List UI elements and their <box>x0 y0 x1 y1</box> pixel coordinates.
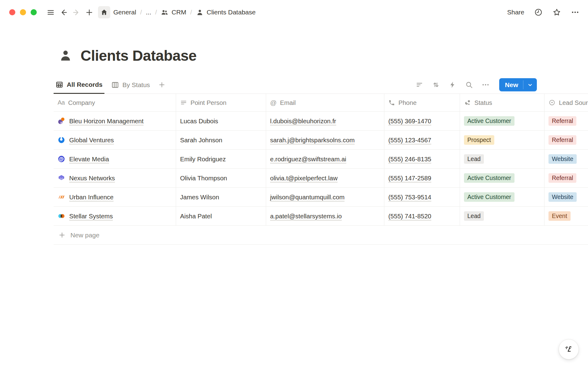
sidebar-menu-button[interactable] <box>44 6 57 19</box>
history-button[interactable] <box>534 8 543 17</box>
breadcrumb: General / ... / CRM / Clients Database <box>98 6 256 18</box>
phone-cell[interactable]: (555) 123-4567 <box>384 131 460 149</box>
lead-source-cell[interactable]: Referral <box>545 112 588 130</box>
status-cell[interactable]: Prospect <box>460 131 545 149</box>
bleu-horizon-logo-icon <box>58 117 65 125</box>
status-cell[interactable]: Active Customer <box>460 169 545 187</box>
point-person-cell[interactable]: James Wilson <box>176 188 266 206</box>
point-person-cell[interactable]: Emily Rodriguez <box>176 150 266 168</box>
email-link[interactable]: jwilson@quantumquill.com <box>270 194 345 201</box>
status-cell[interactable]: Active Customer <box>460 188 545 206</box>
window-titlebar: General / ... / CRM / Clients Database S… <box>0 0 588 25</box>
forward-button[interactable] <box>70 6 83 19</box>
company-page-link[interactable]: Elevate Media <box>69 155 109 163</box>
phone-link[interactable]: (555) 741-8520 <box>388 213 431 220</box>
status-cell[interactable]: Active Customer <box>460 112 545 130</box>
point-person-cell[interactable]: Lucas Dubois <box>176 112 266 130</box>
tab-all-records[interactable]: All Records <box>54 76 104 94</box>
column-header-status[interactable]: Status <box>460 94 545 111</box>
company-cell[interactable]: Bleu Horizon Management <box>54 112 176 130</box>
breadcrumb-item-crm[interactable]: CRM <box>161 9 186 16</box>
new-page-row[interactable]: New page <box>54 226 588 245</box>
title-property-icon: Aa <box>58 99 65 106</box>
email-link[interactable]: sarah.j@brightsparksolns.com <box>270 136 355 144</box>
status-cell[interactable]: Lead <box>460 150 545 168</box>
phone-link[interactable]: (555) 246-8135 <box>388 155 431 163</box>
lead-source-cell[interactable]: Website <box>545 150 588 168</box>
email-cell[interactable]: sarah.j@brightsparksolns.com <box>266 131 384 149</box>
company-page-link[interactable]: Stellar Systems <box>69 213 113 220</box>
point-person-value: Aisha Patel <box>180 213 212 220</box>
email-cell[interactable]: l.dubois@bleuhorizon.fr <box>266 112 384 130</box>
lead-source-cell[interactable]: Event <box>545 207 588 225</box>
column-header-email[interactable]: @Email <box>266 94 384 111</box>
point-person-cell[interactable]: Olivia Thompson <box>176 169 266 187</box>
back-button[interactable] <box>57 6 70 19</box>
add-view-button[interactable] <box>158 81 166 89</box>
phone-cell[interactable]: (555) 369-1470 <box>384 112 460 130</box>
table-row: Bleu Horizon ManagementLucas Duboisl.dub… <box>54 112 588 131</box>
email-link[interactable]: e.rodriguez@swiftstream.ai <box>270 155 346 163</box>
share-button[interactable]: Share <box>507 9 524 16</box>
phone-cell[interactable]: (555) 753-9514 <box>384 188 460 206</box>
company-cell[interactable]: Elevate Media <box>54 150 176 168</box>
column-header-point-person[interactable]: Point Person <box>176 94 266 111</box>
notion-ai-button[interactable] <box>559 339 579 359</box>
table-row: Stellar SystemsAisha Patela.patel@stella… <box>54 207 588 226</box>
new-button[interactable]: New <box>499 78 523 91</box>
search-button[interactable] <box>465 81 473 89</box>
favorite-button[interactable] <box>552 8 561 17</box>
tab-by-status[interactable]: By Status <box>109 76 152 94</box>
company-cell[interactable]: Nexus Networks <box>54 169 176 187</box>
status-badge: Active Customer <box>464 173 514 183</box>
chevron-down-icon <box>527 82 533 88</box>
new-dropdown-button[interactable] <box>523 78 537 91</box>
column-header-company[interactable]: AaCompany <box>54 94 176 111</box>
phone-link[interactable]: (555) 369-1470 <box>388 117 431 125</box>
close-window-button[interactable] <box>9 9 15 15</box>
phone-cell[interactable]: (555) 246-8135 <box>384 150 460 168</box>
page-title[interactable]: Clients Database <box>81 47 197 64</box>
company-page-link[interactable]: Bleu Horizon Management <box>69 117 144 125</box>
minimize-window-button[interactable] <box>20 9 26 15</box>
email-cell[interactable]: jwilson@quantumquill.com <box>266 188 384 206</box>
email-cell[interactable]: e.rodriguez@swiftstream.ai <box>266 150 384 168</box>
point-person-cell[interactable]: Aisha Patel <box>176 207 266 225</box>
email-link[interactable]: olivia.t@pixelperfect.law <box>270 174 337 182</box>
email-link[interactable]: a.patel@stellarsystems.io <box>270 213 342 220</box>
phone-link[interactable]: (555) 147-2589 <box>388 174 431 182</box>
point-person-value: James Wilson <box>180 194 219 201</box>
company-page-link[interactable]: Nexus Networks <box>69 174 115 182</box>
zoom-window-button[interactable] <box>31 9 37 15</box>
automations-button[interactable] <box>448 81 457 89</box>
email-cell[interactable]: a.patel@stellarsystems.io <box>266 207 384 225</box>
email-cell[interactable]: olivia.t@pixelperfect.law <box>266 169 384 187</box>
point-person-cell[interactable]: Sarah Johnson <box>176 131 266 149</box>
phone-cell[interactable]: (555) 741-8520 <box>384 207 460 225</box>
person-icon[interactable] <box>58 48 73 63</box>
more-options-button[interactable] <box>571 8 579 17</box>
sort-button[interactable] <box>432 81 440 89</box>
phone-cell[interactable]: (555) 147-2589 <box>384 169 460 187</box>
company-cell[interactable]: Global Ventures <box>54 131 176 149</box>
company-cell[interactable]: Urban Influence <box>54 188 176 206</box>
breadcrumb-item-general[interactable]: General <box>98 6 136 18</box>
company-page-link[interactable]: Global Ventures <box>69 136 114 144</box>
phone-link[interactable]: (555) 753-9514 <box>388 194 431 201</box>
view-options-button[interactable] <box>481 81 490 89</box>
lead-source-cell[interactable]: Referral <box>545 169 588 187</box>
email-link[interactable]: l.dubois@bleuhorizon.fr <box>270 117 336 125</box>
column-header-phone[interactable]: Phone <box>384 94 460 111</box>
column-header-lead-source[interactable]: Lead Source <box>545 94 588 111</box>
lead-source-cell[interactable]: Referral <box>545 131 588 149</box>
new-tab-button[interactable] <box>83 6 96 19</box>
company-cell[interactable]: Stellar Systems <box>54 207 176 225</box>
status-cell[interactable]: Lead <box>460 207 545 225</box>
breadcrumb-item-ellipsis[interactable]: ... <box>146 9 151 16</box>
filter-button[interactable] <box>415 81 424 89</box>
phone-link[interactable]: (555) 123-4567 <box>388 136 431 144</box>
company-page-link[interactable]: Urban Influence <box>69 194 114 201</box>
breadcrumb-item-clients-database[interactable]: Clients Database <box>196 9 256 16</box>
status-badge: Lead <box>464 154 484 164</box>
lead-source-cell[interactable]: Website <box>545 188 588 206</box>
